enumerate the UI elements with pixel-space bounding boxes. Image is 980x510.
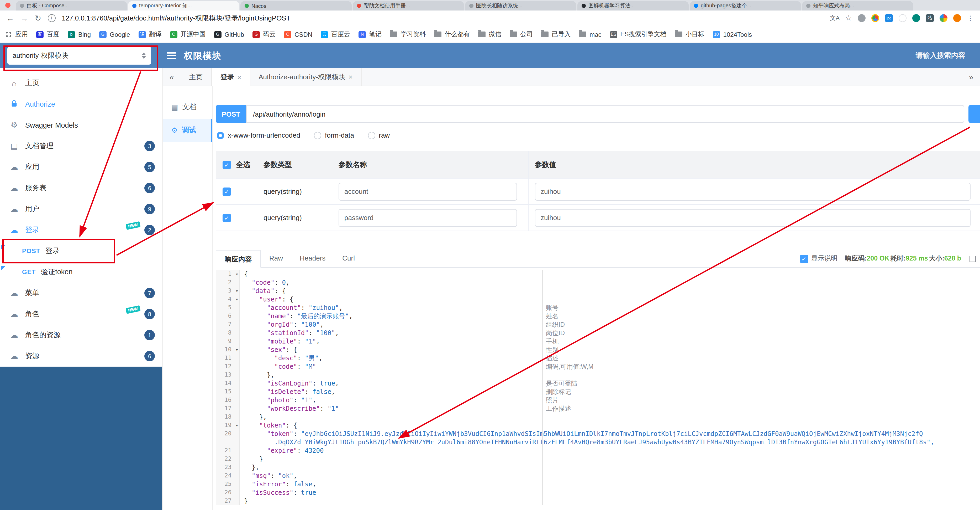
fold-caret-icon[interactable]: ▾ [235, 346, 238, 354]
browser-tab[interactable]: Nacos [240, 1, 352, 11]
header-search-input[interactable]: 请输入搜索内容 [916, 51, 965, 61]
sidebar-item-role[interactable]: ☁ 角色 NEW 8 [0, 304, 162, 325]
tab-headers[interactable]: Headers [291, 250, 334, 267]
sidebar-item-service-table[interactable]: ☁ 服务表 6 [0, 177, 162, 199]
jpg-extension-icon[interactable]: jpg [885, 14, 893, 22]
send-button[interactable]: 发送 [969, 105, 980, 123]
bookmark-item[interactable]: C开源中国 [170, 30, 205, 39]
bookmark-item[interactable]: 译翻译 [138, 30, 161, 39]
sidebar-item-doc-manage[interactable]: ▤ 文档管理 3 [0, 135, 162, 156]
fold-caret-icon[interactable]: ▾ [235, 270, 238, 278]
bookmark-item[interactable]: 应用 [5, 30, 28, 39]
bookmark-item[interactable]: GGoogle [99, 31, 130, 38]
bookmark-item[interactable]: N笔记 [358, 30, 382, 39]
sidebar-item-menu[interactable]: ☁ 菜单 7 [0, 282, 162, 304]
sidebar-item-swagger-models[interactable]: ⚙ Swagger Models [0, 115, 162, 135]
bookmark-item[interactable]: 百百度 [36, 30, 59, 39]
shield-extension-icon[interactable] [912, 14, 920, 22]
hamburger-icon[interactable] [167, 52, 177, 59]
chrome-extension-icon[interactable] [871, 14, 879, 22]
sidebar-item-app[interactable]: ☁ 应用 5 [0, 156, 162, 177]
fold-caret-icon[interactable]: ▾ [235, 295, 238, 304]
bookmark-item[interactable]: 什么都有 [434, 30, 470, 39]
sidebar-item-login-post[interactable]: POST 登录 [0, 241, 162, 261]
tab-curl[interactable]: Curl [334, 250, 363, 267]
bookmark-item[interactable]: 101024Tools [713, 31, 752, 38]
bookmark-item[interactable]: CCSDN [284, 31, 312, 38]
param-value-input[interactable] [535, 183, 970, 200]
code-text: "isError": false, [240, 480, 316, 488]
sidebar-item-role-resource[interactable]: ☁ 角色的资源 1 [0, 325, 162, 346]
pinwheel-extension-icon[interactable] [940, 14, 947, 22]
tab-close-icon[interactable]: × [348, 73, 353, 81]
extension-icon[interactable] [899, 14, 907, 22]
collapse-tabs-icon[interactable]: « [163, 68, 181, 86]
tab-response-content[interactable]: 响应内容 [216, 250, 261, 268]
bookmark-label: 翻译 [149, 30, 161, 39]
tab-home[interactable]: 主页 [181, 68, 212, 86]
browser-tab[interactable]: 知乎响应式布局... [802, 1, 913, 11]
bookmark-item[interactable]: 学习资料 [390, 30, 426, 39]
sidebar-item-login[interactable]: ☁ 登录 NEW 2 [0, 220, 162, 241]
bookmark-item[interactable]: G码云 [253, 30, 275, 39]
code-text: } [240, 497, 248, 505]
tab-doc[interactable]: ▤ 文档 [163, 96, 212, 119]
browser-tab[interactable]: 图解机器学习算法... [578, 1, 689, 11]
window-close-icon[interactable] [5, 3, 11, 8]
url-text[interactable]: 127.0.0.1:8760/api/gate/doc.html#/author… [62, 13, 824, 23]
avatar-icon[interactable] [953, 14, 961, 22]
browser-menu-icon[interactable]: ⋮ [967, 14, 974, 22]
screen: 白板 - Compose...temporary-Interior 知...Na… [0, 0, 980, 510]
sidebar-item-label: 验证token [41, 267, 72, 277]
bookmark-item[interactable]: mac [579, 31, 601, 38]
bookmark-item[interactable]: GGitHub [214, 31, 244, 38]
tab-raw[interactable]: Raw [261, 250, 291, 267]
param-name-input[interactable] [339, 183, 517, 200]
tab-login[interactable]: 登录 × [212, 68, 250, 86]
fold-caret-icon[interactable]: ▾ [235, 287, 238, 295]
browser-tab[interactable]: 帮助文档使用手册... [353, 1, 464, 11]
radio-form-data[interactable]: form-data [314, 131, 354, 139]
tab-authorize-authority[interactable]: Authorize-authority-权限模块 × [250, 68, 361, 86]
bookmark-item[interactable]: 小目标 [675, 30, 705, 39]
sidebar-item-home[interactable]: ⌂ 主页 [0, 72, 162, 94]
back-icon[interactable]: ← [6, 14, 14, 22]
show-desc-checkbox[interactable]: ✓ 显示说明 [800, 254, 837, 263]
extension-icon[interactable] [858, 14, 865, 22]
bookmark-item[interactable]: 微信 [478, 30, 501, 39]
row-checkbox[interactable]: ✓ [223, 188, 231, 196]
bookmark-item[interactable]: 已导入 [541, 30, 571, 39]
sidebar-item-token-get[interactable]: GET 验证token [0, 261, 162, 282]
bookmark-item[interactable]: ESES搜索引擎文档 [610, 30, 667, 39]
bookmark-item[interactable]: bBing [68, 31, 91, 38]
browser-tab[interactable]: 白板 - Compose... [16, 1, 127, 11]
radio-raw[interactable]: raw [368, 131, 390, 139]
browser-tab[interactable]: temporary-Interior 知... [128, 1, 239, 11]
forward-icon[interactable]: → [21, 14, 29, 22]
tab-debug[interactable]: ⚙ 调试 [163, 119, 212, 142]
sidebar-item-resource[interactable]: ☁ 资源 6 [0, 346, 162, 367]
radio-x-www-form-urlencoded[interactable]: x-www-form-urlencoded [217, 131, 300, 139]
fold-caret-icon[interactable]: ▾ [235, 421, 238, 430]
browser-tab[interactable]: github-pages搭建个... [690, 1, 801, 11]
expand-tabs-icon[interactable]: » [962, 68, 980, 86]
site-extension-icon[interactable]: 站 [926, 14, 934, 22]
sidebar-item-user[interactable]: ☁ 用户 9 [0, 199, 162, 220]
module-select[interactable]: authority-权限模块 [7, 47, 151, 65]
content-type-row: x-www-form-urlencoded form-data raw [217, 131, 980, 139]
param-value-input[interactable] [535, 209, 970, 226]
page-info-icon[interactable]: i [48, 14, 56, 22]
browser-tab[interactable]: 医院长相随访系统... [465, 1, 576, 11]
sidebar-item-authorize[interactable]: Authorize [0, 94, 162, 115]
reload-icon[interactable]: ↻ [35, 13, 41, 23]
param-name-input[interactable] [339, 209, 517, 226]
bookmark-item[interactable]: 云百度云 [321, 30, 350, 39]
request-url-input[interactable]: /api/authority/anno/login [246, 105, 964, 123]
bookmark-star-icon[interactable]: ☆ [845, 14, 852, 22]
row-checkbox[interactable]: ✓ [223, 214, 231, 222]
tab-close-icon[interactable]: × [237, 73, 241, 81]
fullscreen-icon[interactable] [969, 255, 976, 262]
translate-icon[interactable]: 文A [830, 14, 840, 22]
select-all-checkbox[interactable]: ✓ [223, 161, 231, 169]
bookmark-item[interactable]: 公司 [510, 30, 533, 39]
